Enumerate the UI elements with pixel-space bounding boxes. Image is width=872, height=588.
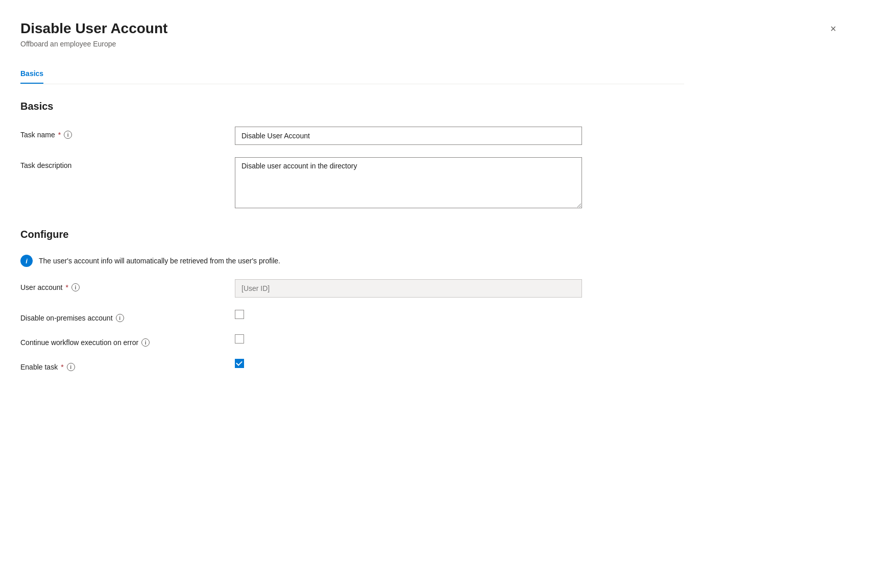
task-description-label: Task description — [20, 157, 235, 169]
basics-section-title: Basics — [20, 101, 684, 112]
page-subtitle: Offboard an employee Europe — [20, 40, 167, 48]
user-account-required: * — [65, 283, 68, 291]
task-description-group: Task description Disable user account in… — [20, 157, 684, 210]
configure-section-title: Configure — [20, 229, 684, 240]
enable-task-required: * — [61, 363, 63, 371]
user-account-label: User account * i — [20, 279, 235, 291]
continue-workflow-checkbox[interactable] — [235, 334, 244, 344]
enable-task-info-icon[interactable]: i — [67, 363, 75, 371]
continue-workflow-group: Continue workflow execution on error i — [20, 334, 684, 347]
user-account-group: User account * i — [20, 279, 684, 298]
page-title: Disable User Account — [20, 20, 167, 37]
task-name-field-container — [235, 127, 582, 145]
close-button[interactable]: × — [825, 20, 841, 37]
task-name-info-icon[interactable]: i — [64, 131, 72, 139]
disable-onpremises-checkbox[interactable] — [235, 310, 244, 319]
disable-onpremises-group: Disable on-premises account i — [20, 310, 684, 322]
tab-basics[interactable]: Basics — [20, 64, 43, 84]
disable-onpremises-info-icon[interactable]: i — [116, 314, 124, 322]
enable-task-group: Enable task * i — [20, 359, 684, 371]
task-name-label: Task name * i — [20, 127, 235, 139]
tab-bar: Basics — [20, 64, 684, 84]
header-left: Disable User Account Offboard an employe… — [20, 20, 167, 48]
task-description-input[interactable]: Disable user account in the directory — [235, 157, 582, 208]
task-description-field-container: Disable user account in the directory — [235, 157, 582, 210]
task-name-required: * — [58, 131, 61, 139]
task-name-group: Task name * i — [20, 127, 684, 145]
enable-task-checkbox-wrapper — [235, 359, 244, 368]
page-header: Disable User Account Offboard an employe… — [20, 20, 684, 48]
info-banner: i The user's account info will automatic… — [20, 255, 684, 267]
configure-section: Configure i The user's account info will… — [20, 229, 684, 371]
disable-onpremises-checkbox-wrapper — [235, 310, 244, 319]
user-account-input — [235, 279, 582, 298]
task-name-input[interactable] — [235, 127, 582, 145]
user-account-info-icon[interactable]: i — [71, 283, 80, 291]
info-filled-icon: i — [20, 255, 33, 267]
continue-workflow-label: Continue workflow execution on error i — [20, 334, 235, 347]
enable-task-label: Enable task * i — [20, 359, 235, 371]
continue-workflow-checkbox-wrapper — [235, 334, 244, 344]
basics-section: Basics Task name * i Task description Di… — [20, 101, 684, 210]
enable-task-checkbox[interactable] — [235, 359, 244, 368]
disable-onpremises-label: Disable on-premises account i — [20, 310, 235, 322]
continue-workflow-info-icon[interactable]: i — [141, 338, 150, 347]
info-banner-text: The user's account info will automatical… — [39, 257, 280, 265]
user-account-field-container — [235, 279, 582, 298]
